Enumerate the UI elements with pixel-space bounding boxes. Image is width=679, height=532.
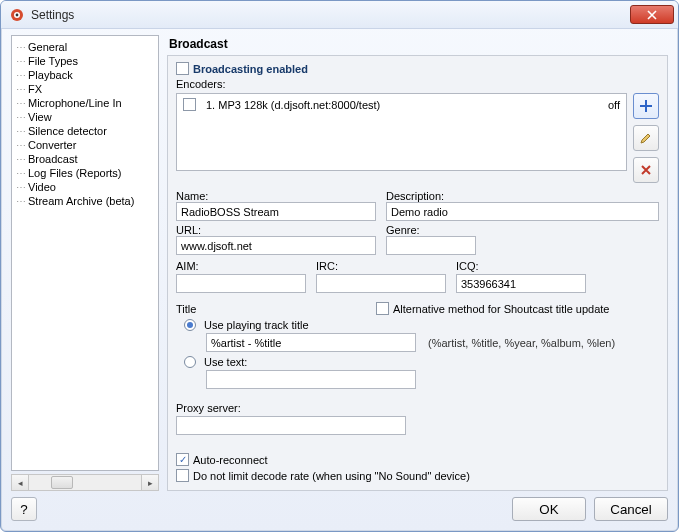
proxy-input[interactable] [176,416,406,435]
description-input[interactable] [386,202,659,221]
svg-point-2 [16,13,19,16]
track-pattern-input[interactable] [206,333,416,352]
name-label: Name: [176,190,376,202]
encoder-checkbox[interactable] [183,98,196,111]
auto-reconnect-label: Auto-reconnect [193,454,268,466]
url-label: URL: [176,224,376,236]
app-icon [9,7,25,23]
titlebar: Settings [1,1,678,29]
title-heading: Title [176,303,376,315]
sidebar-item-label: Broadcast [28,153,78,165]
scroll-left-icon[interactable]: ◂ [12,475,29,490]
nolimit-label: Do not limit decode rate (when using "No… [193,470,470,482]
name-input[interactable] [176,202,376,221]
use-track-radio[interactable] [184,319,196,331]
sidebar-item-label: Video [28,181,56,193]
aim-label: AIM: [176,260,306,272]
broadcast-panel: Broadcasting enabled Encoders: 1. MP3 12… [167,55,668,491]
sidebar-item-playback[interactable]: ⋯Playback [14,68,156,82]
use-text-radio[interactable] [184,356,196,368]
icq-label: ICQ: [456,260,586,272]
sidebar-item-log-files[interactable]: ⋯Log Files (Reports) [14,166,156,180]
add-encoder-button[interactable] [633,93,659,119]
broadcasting-enabled-label: Broadcasting enabled [193,63,308,75]
dialog-body: ⋯General ⋯File Types ⋯Playback ⋯FX ⋯Micr… [1,29,678,531]
sidebar-item-label: Stream Archive (beta) [28,195,134,207]
sidebar-item-label: File Types [28,55,78,67]
panel-title: Broadcast [169,37,668,51]
delete-encoder-button[interactable] [633,157,659,183]
scroll-thumb[interactable] [51,476,73,489]
tree-leaf-icon: ⋯ [16,182,28,193]
nolimit-checkbox[interactable] [176,469,189,482]
close-button[interactable] [630,5,674,24]
sidebar-item-general[interactable]: ⋯General [14,40,156,54]
url-input[interactable] [176,236,376,255]
help-button[interactable]: ? [11,497,37,521]
description-label: Description: [386,190,659,202]
sidebar-item-mic-line-in[interactable]: ⋯Microphone/Line In [14,96,156,110]
sidebar-item-label: FX [28,83,42,95]
sidebar-item-video[interactable]: ⋯Video [14,180,156,194]
tree-leaf-icon: ⋯ [16,98,28,109]
sidebar-item-view[interactable]: ⋯View [14,110,156,124]
sidebar-item-label: General [28,41,67,53]
tree-leaf-icon: ⋯ [16,196,28,207]
sidebar-item-broadcast[interactable]: ⋯Broadcast [14,152,156,166]
tree-leaf-icon: ⋯ [16,154,28,165]
proxy-label: Proxy server: [176,402,241,414]
ok-button[interactable]: OK [512,497,586,521]
cancel-button[interactable]: Cancel [594,497,668,521]
sidebar-hscroll[interactable]: ◂ ▸ [11,474,159,491]
category-tree[interactable]: ⋯General ⋯File Types ⋯Playback ⋯FX ⋯Micr… [11,35,159,471]
use-text-input[interactable] [206,370,416,389]
edit-encoder-button[interactable] [633,125,659,151]
sidebar-item-converter[interactable]: ⋯Converter [14,138,156,152]
genre-label: Genre: [386,224,476,236]
encoders-label: Encoders: [176,78,659,90]
scroll-right-icon[interactable]: ▸ [141,475,158,490]
tree-leaf-icon: ⋯ [16,42,28,53]
dialog-buttons: ? OK Cancel [11,497,668,521]
sidebar-item-fx[interactable]: ⋯FX [14,82,156,96]
scroll-track[interactable] [29,475,141,490]
track-pattern-hint: (%artist, %title, %year, %album, %len) [428,337,615,349]
sidebar-item-label: View [28,111,52,123]
tree-leaf-icon: ⋯ [16,112,28,123]
encoder-row[interactable]: 1. MP3 128k (d.djsoft.net:8000/test) off [183,98,620,111]
encoders-list[interactable]: 1. MP3 128k (d.djsoft.net:8000/test) off [176,93,627,171]
sidebar-item-stream-archive[interactable]: ⋯Stream Archive (beta) [14,194,156,208]
sidebar-item-label: Log Files (Reports) [28,167,122,179]
sidebar-item-silence-detector[interactable]: ⋯Silence detector [14,124,156,138]
sidebar-wrap: ⋯General ⋯File Types ⋯Playback ⋯FX ⋯Micr… [11,35,159,491]
genre-input[interactable] [386,236,476,255]
tree-leaf-icon: ⋯ [16,70,28,81]
icq-input[interactable] [456,274,586,293]
irc-label: IRC: [316,260,446,272]
alt-method-label: Alternative method for Shoutcast title u… [393,303,609,315]
tree-leaf-icon: ⋯ [16,168,28,179]
aim-input[interactable] [176,274,306,293]
sidebar-item-label: Converter [28,139,76,151]
sidebar-item-label: Playback [28,69,73,81]
tree-leaf-icon: ⋯ [16,56,28,67]
alt-method-checkbox[interactable] [376,302,389,315]
broadcasting-enabled-checkbox[interactable] [176,62,189,75]
irc-input[interactable] [316,274,446,293]
tree-leaf-icon: ⋯ [16,84,28,95]
sidebar-item-label: Silence detector [28,125,107,137]
settings-window: Settings ⋯General ⋯File Types ⋯Playback … [0,0,679,532]
tree-leaf-icon: ⋯ [16,140,28,151]
auto-reconnect-checkbox[interactable] [176,453,189,466]
sidebar-item-label: Microphone/Line In [28,97,122,109]
tree-leaf-icon: ⋯ [16,126,28,137]
window-title: Settings [31,8,630,22]
use-track-label: Use playing track title [204,319,309,331]
content-panel: Broadcast Broadcasting enabled Encoders: [167,35,668,491]
use-text-label: Use text: [204,356,247,368]
encoder-status: off [608,99,620,111]
encoder-text: 1. MP3 128k (d.djsoft.net:8000/test) [206,99,380,111]
sidebar-item-file-types[interactable]: ⋯File Types [14,54,156,68]
